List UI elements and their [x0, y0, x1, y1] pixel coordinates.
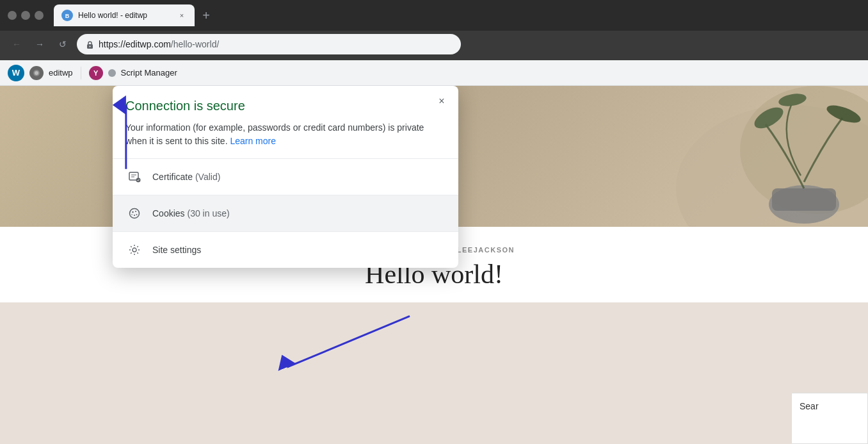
svg-point-5: [35, 71, 38, 75]
popup-close-button[interactable]: ×: [434, 94, 449, 109]
search-partial-text: Sear: [800, 401, 819, 411]
address-bar-row: ← → ↺ https://editwp.com/hello-world/: [0, 31, 868, 60]
site-settings-item[interactable]: Site settings: [113, 232, 458, 268]
cookies-icon: [125, 204, 143, 222]
svg-point-19: [135, 211, 136, 212]
lock-icon: [84, 39, 95, 49]
tab-bar: B Hello world! - editwp × +: [54, 4, 860, 26]
browser-tab[interactable]: B Hello world! - editwp ×: [54, 4, 195, 26]
traffic-light-close[interactable]: [8, 11, 17, 20]
traffic-light-maximize[interactable]: [35, 11, 44, 20]
tab-favicon: B: [61, 10, 73, 21]
svg-rect-9: [772, 188, 836, 211]
page-content: JULY 30, 2018 BY BRIANLEEJACKSON Hello w…: [0, 86, 868, 444]
back-button[interactable]: ←: [8, 35, 26, 53]
svg-point-20: [134, 215, 135, 216]
customize-icon[interactable]: [29, 66, 44, 80]
traffic-lights: [8, 11, 44, 20]
svg-point-21: [131, 214, 133, 215]
traffic-light-minimize[interactable]: [21, 11, 30, 20]
plant-decoration: [548, 86, 868, 227]
svg-text:B: B: [65, 13, 70, 19]
reload-button[interactable]: ↺: [54, 35, 72, 53]
wordpress-icon[interactable]: W: [8, 65, 24, 81]
cookies-text: Cookies (30 in use): [152, 208, 230, 218]
svg-point-23: [133, 248, 136, 252]
tab-title: Hello world! - editwp: [78, 11, 172, 20]
popup-description: Your information (for example, passwords…: [125, 121, 446, 148]
svg-point-17: [130, 209, 140, 218]
forward-button[interactable]: →: [31, 35, 49, 53]
security-popup: × Connection is secure Your information …: [113, 86, 458, 268]
certificate-item[interactable]: Certificate (Valid): [113, 159, 458, 195]
learn-more-link[interactable]: Learn more: [230, 136, 276, 146]
toolbar-separator: [81, 67, 81, 79]
svg-point-18: [132, 211, 133, 213]
yoast-icon[interactable]: Y: [89, 66, 103, 80]
svg-line-27: [287, 316, 410, 367]
browser-chrome: B Hello world! - editwp × + ← → ↺: [0, 0, 868, 86]
new-tab-button[interactable]: +: [197, 6, 215, 24]
address-bar[interactable]: https://editwp.com/hello-world/: [77, 34, 461, 54]
site-settings-text: Site settings: [152, 245, 201, 255]
svg-point-22: [136, 214, 138, 215]
wp-toolbar: W editwp Y Script Manager: [0, 60, 868, 86]
svg-point-3: [89, 45, 90, 47]
tab-close-button[interactable]: ×: [177, 10, 187, 21]
popup-header: × Connection is secure Your information …: [113, 86, 458, 158]
script-manager-dot: [108, 69, 116, 77]
settings-icon: [125, 241, 143, 259]
popup-title: Connection is secure: [125, 99, 446, 113]
title-bar: B Hello world! - editwp × +: [0, 0, 868, 31]
url-text: https://editwp.com/hello-world/: [99, 39, 219, 49]
site-name: editwp: [49, 68, 73, 78]
script-manager-label: Script Manager: [121, 68, 177, 78]
cookies-item[interactable]: Cookies (30 in use): [113, 195, 458, 231]
certificate-text: Certificate (Valid): [152, 172, 220, 182]
certificate-icon: [125, 168, 143, 186]
search-widget: Sear: [791, 393, 868, 444]
